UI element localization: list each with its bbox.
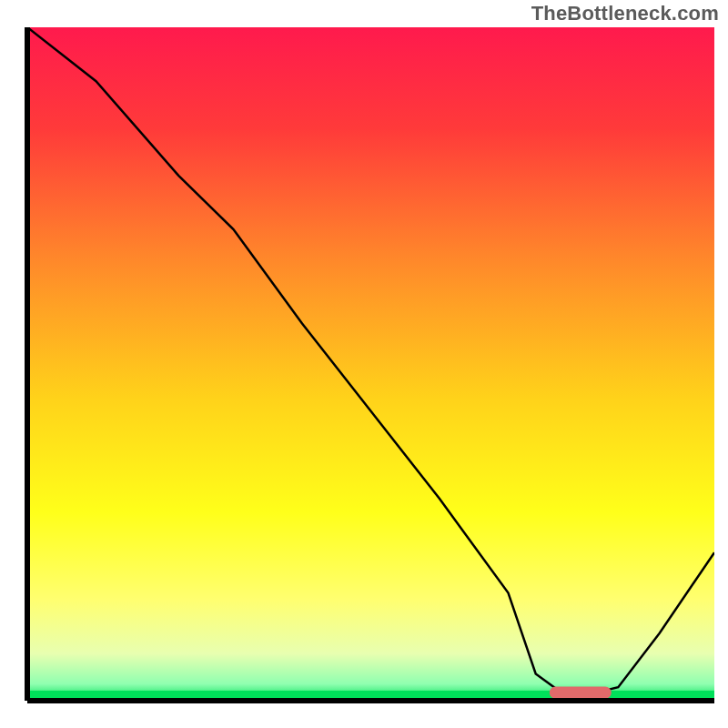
gradient-background [27, 27, 714, 701]
bottleneck-curve-chart [0, 0, 728, 728]
optimal-range-marker [550, 686, 612, 698]
